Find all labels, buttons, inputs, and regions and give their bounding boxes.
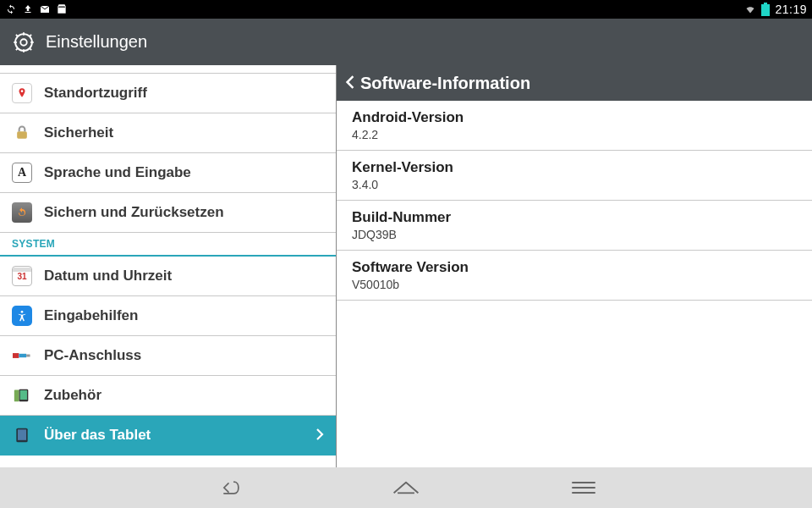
backup-reset-icon [12, 202, 32, 223]
tablet-icon [12, 425, 32, 445]
row-value: 3.4.0 [352, 178, 797, 191]
sidebar-item-label: Standortzugriff [44, 85, 147, 102]
sync-icon [5, 3, 17, 15]
main-panes: Standortzugriff Sicherheit A Sprache und… [0, 65, 812, 467]
sidebar-item-label: Sprache und Eingabe [44, 164, 191, 181]
settings-gear-icon [12, 30, 36, 54]
detail-title: Software-Information [360, 74, 530, 93]
svg-rect-9 [19, 354, 26, 357]
sidebar-item-label: Zubehör [44, 387, 102, 404]
sidebar-category-system: SYSTEM [0, 233, 336, 257]
sidebar-item-label: Sicherheit [44, 124, 113, 141]
nav-home-button[interactable] [381, 474, 431, 501]
row-value: 4.2.2 [352, 128, 797, 141]
svg-rect-2 [761, 4, 770, 16]
sidebar-item-security[interactable]: Sicherheit [0, 113, 336, 153]
row-build-number[interactable]: Build-Nummer JDQ39B [337, 201, 812, 251]
row-key: Build-Nummer [352, 209, 797, 226]
back-button[interactable] [345, 74, 355, 93]
row-software-version[interactable]: Software Version V50010b [337, 251, 812, 301]
row-key: Android-Version [352, 109, 797, 126]
sidebar-item-label: PC-Anschluss [44, 347, 141, 364]
status-right: 21:19 [744, 3, 807, 16]
detail-rows: Android-Version 4.2.2 Kernel-Version 3.4… [337, 101, 812, 301]
tablet-case-icon [12, 385, 32, 406]
row-value: V50010b [352, 278, 797, 291]
svg-point-4 [15, 34, 32, 51]
row-android-version[interactable]: Android-Version 4.2.2 [337, 101, 812, 151]
settings-header: Einstellungen [0, 19, 812, 65]
calendar-icon: 31 [12, 266, 32, 286]
settings-list: Standortzugriff Sicherheit A Sprache und… [0, 65, 336, 456]
settings-sidebar: Standortzugriff Sicherheit A Sprache und… [0, 65, 337, 467]
sidebar-item-language[interactable]: A Sprache und Eingabe [0, 153, 336, 193]
row-key: Software Version [352, 259, 797, 276]
list-stub [0, 65, 336, 74]
status-left [5, 3, 68, 15]
status-bar: 21:19 [0, 0, 812, 19]
detail-pane: Software-Information Android-Version 4.2… [337, 65, 812, 467]
download-icon [22, 3, 34, 15]
row-key: Kernel-Version [352, 159, 797, 176]
language-icon: A [12, 163, 32, 183]
sidebar-item-label: Datum und Uhrzeit [44, 268, 172, 284]
sidebar-item-about-tablet[interactable]: Über das Tablet [0, 416, 336, 456]
row-kernel-version[interactable]: Kernel-Version 3.4.0 [337, 151, 812, 201]
accessibility-icon [12, 306, 32, 326]
nav-menu-button[interactable] [558, 474, 609, 501]
sidebar-item-datetime[interactable]: 31 Datum und Uhrzeit [0, 257, 336, 296]
row-value: JDQ39B [352, 228, 797, 241]
sidebar-item-pc-connection[interactable]: PC-Anschluss [0, 336, 336, 376]
svg-rect-10 [26, 355, 30, 357]
status-time: 21:19 [775, 3, 807, 16]
sidebar-item-label: Über das Tablet [44, 427, 151, 444]
chevron-right-icon [315, 427, 324, 444]
sidebar-item-accessory[interactable]: Zubehör [0, 376, 336, 416]
store-icon [56, 3, 68, 15]
svg-point-3 [20, 39, 26, 45]
lock-icon [12, 123, 32, 143]
sidebar-item-label: Eingabehilfen [44, 307, 138, 324]
page-title: Einstellungen [46, 32, 147, 52]
svg-point-7 [21, 311, 24, 313]
usb-icon [12, 345, 32, 366]
sidebar-item-backup-reset[interactable]: Sichern und Zurücksetzen [0, 193, 336, 233]
system-nav-bar [0, 467, 812, 508]
sidebar-category-label: SYSTEM [12, 238, 55, 250]
svg-rect-8 [13, 353, 19, 358]
mail-icon [39, 3, 51, 15]
sidebar-item-accessibility[interactable]: Eingabehilfen [0, 296, 336, 336]
location-pin-icon [12, 83, 32, 103]
wifi-icon [744, 3, 756, 15]
nav-back-button[interactable] [203, 474, 254, 501]
svg-rect-6 [17, 131, 27, 138]
svg-rect-1 [764, 3, 767, 4]
detail-header: Software-Information [337, 65, 812, 101]
svg-point-5 [21, 90, 24, 92]
battery-icon [761, 3, 770, 15]
sidebar-item-location[interactable]: Standortzugriff [0, 74, 336, 113]
svg-rect-15 [18, 429, 26, 439]
svg-rect-12 [20, 390, 27, 400]
svg-rect-13 [14, 390, 19, 402]
sidebar-item-label: Sichern und Zurücksetzen [44, 204, 224, 221]
